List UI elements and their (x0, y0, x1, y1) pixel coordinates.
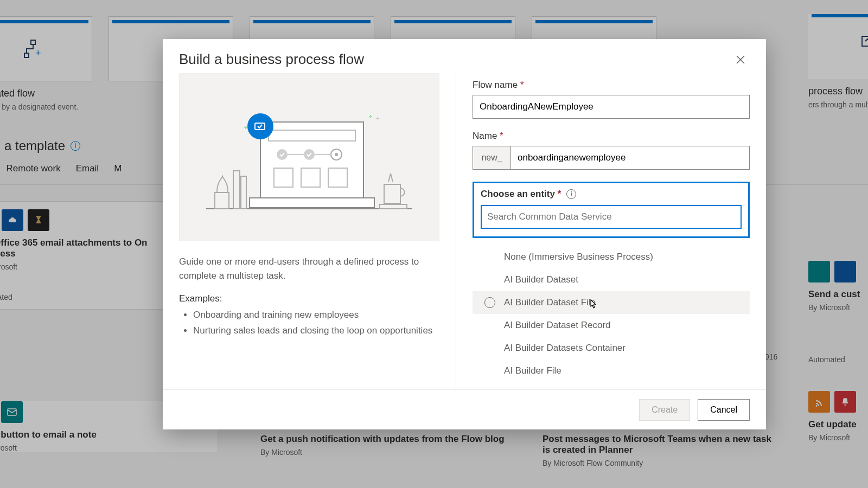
svg-rect-25 (233, 171, 240, 209)
choose-entity-section: Choose an entity * i (473, 182, 750, 238)
entity-option[interactable]: AI Builder File (473, 359, 750, 382)
example-item: Nurturing sales leads and closing the lo… (193, 323, 439, 339)
svg-text:+: + (375, 114, 380, 123)
entity-option[interactable]: None (Immersive Business Process) (473, 246, 750, 268)
entity-option[interactable]: AI Builder Dataset Record (473, 314, 750, 337)
entity-option[interactable]: AI Builder Datasets Container (473, 337, 750, 359)
name-prefix: new_ (473, 146, 510, 170)
dialog-description: Guide one or more end-users through a de… (179, 255, 439, 282)
examples-list: Onboarding and training new employees Nu… (179, 307, 439, 339)
entity-label: Choose an entity * (481, 189, 561, 200)
close-button[interactable] (731, 53, 750, 67)
info-icon[interactable]: i (566, 189, 576, 199)
radio-icon (484, 297, 495, 308)
entity-option-list: None (Immersive Business Process) AI Bui… (473, 246, 750, 389)
name-input[interactable] (510, 146, 750, 170)
svg-rect-10 (250, 198, 374, 208)
cancel-button[interactable]: Cancel (698, 399, 750, 421)
example-item: Onboarding and training new employees (193, 307, 439, 323)
flow-name-label: Flow name * (473, 80, 750, 91)
svg-point-13 (304, 149, 315, 160)
entity-option[interactable]: AI Builder File Attached Data (473, 382, 750, 389)
name-label: Name * (473, 131, 750, 142)
dialog-left-pane: + Guide one or more end-users through a … (179, 73, 456, 389)
svg-point-12 (277, 149, 288, 160)
create-button[interactable]: Create (639, 399, 690, 421)
illustration: + (179, 73, 439, 241)
svg-rect-27 (384, 184, 400, 203)
dialog-title: Build a business process flow (179, 51, 364, 68)
dialog-right-pane: Flow name * Name * new_ Choose an entity… (456, 73, 766, 389)
entity-option[interactable]: AI Builder Dataset (473, 268, 750, 291)
examples-label: Examples: (179, 293, 439, 304)
svg-rect-28 (380, 204, 407, 209)
entity-option[interactable]: AI Builder Dataset File (473, 291, 750, 314)
build-bpf-dialog: Build a business process flow (163, 39, 766, 429)
svg-point-15 (335, 153, 338, 156)
flow-name-input[interactable] (473, 95, 750, 119)
entity-search-input[interactable] (481, 205, 742, 229)
svg-rect-24 (215, 192, 229, 209)
svg-rect-26 (241, 176, 246, 209)
